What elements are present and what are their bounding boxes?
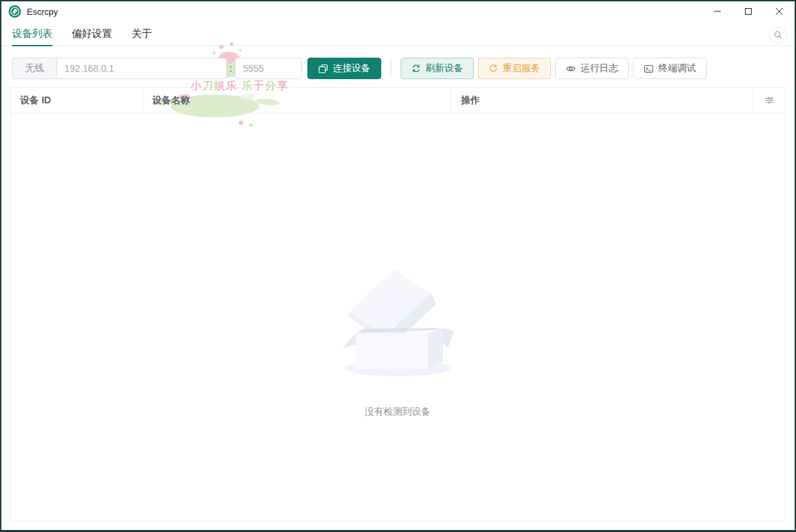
column-header-device-name: 设备名称 (143, 88, 452, 113)
wireless-address-group: 无线 (12, 58, 227, 79)
window-title: Escrcpy (27, 7, 58, 17)
ip-address-input[interactable] (56, 58, 227, 79)
window-controls (702, 1, 795, 21)
restart-service-label: 重启服务 (503, 62, 540, 74)
column-header-actions: 操作 (452, 88, 754, 113)
run-logs-button[interactable]: 运行日志 (555, 58, 629, 79)
escrcpy-window: { "window": { "title": "Escrcpy", "contr… (0, 0, 796, 532)
search-icon (773, 30, 783, 40)
refresh-devices-button[interactable]: 刷新设备 (401, 58, 474, 79)
maximize-button[interactable] (733, 1, 764, 21)
tab-about-label: 关于 (132, 28, 152, 40)
minimize-icon (713, 7, 722, 15)
column-settings-button[interactable] (754, 88, 785, 113)
close-icon (775, 7, 783, 15)
table-body: 没有检测到设备 (11, 113, 785, 521)
app-logo-icon (8, 5, 21, 18)
terminal-debug-button[interactable]: 终端调试 (633, 58, 707, 79)
connect-device-label: 连接设备 (333, 62, 370, 74)
tab-device-list-label: 设备列表 (12, 28, 52, 40)
empty-box-illustration (341, 266, 455, 378)
refresh-devices-label: 刷新设备 (426, 62, 463, 74)
empty-state: 没有检测到设备 (11, 266, 785, 418)
column-header-device-id: 设备 ID (11, 88, 143, 113)
terminal-icon (644, 64, 654, 74)
titlebar: Escrcpy (1, 1, 795, 21)
link-devices-icon (318, 64, 328, 74)
tab-device-list[interactable]: 设备列表 (12, 21, 52, 46)
tab-about[interactable]: 关于 (132, 21, 152, 46)
search-button[interactable] (769, 26, 787, 44)
column-settings-sliders-icon (764, 95, 775, 105)
table-header-row: 设备 ID 设备名称 操作 (11, 88, 785, 113)
toolbar: 无线 : 连接设备 刷新设备 重启服务 运行日志 (1, 46, 795, 79)
terminal-debug-label: 终端调试 (658, 62, 696, 74)
empty-state-message: 没有检测到设备 (365, 406, 431, 418)
tab-preferences[interactable]: 偏好设置 (72, 21, 112, 46)
toolbar-divider (391, 59, 391, 78)
refresh-icon (411, 64, 421, 73)
connect-device-button[interactable]: 连接设备 (307, 58, 381, 79)
minimize-button[interactable] (702, 1, 733, 21)
restart-icon (489, 64, 498, 73)
tab-preferences-label: 偏好设置 (72, 28, 112, 40)
run-logs-label: 运行日志 (581, 62, 618, 74)
wireless-label: 无线 (12, 58, 56, 79)
device-table: 设备 ID 设备名称 操作 (10, 87, 785, 521)
port-input[interactable] (235, 58, 302, 79)
eye-icon (566, 64, 576, 74)
maximize-icon (744, 7, 752, 15)
ip-port-separator: : (230, 63, 232, 74)
tab-bar: 设备列表 偏好设置 关于 (1, 21, 795, 46)
close-button[interactable] (764, 1, 795, 21)
restart-service-button[interactable]: 重启服务 (478, 58, 551, 79)
